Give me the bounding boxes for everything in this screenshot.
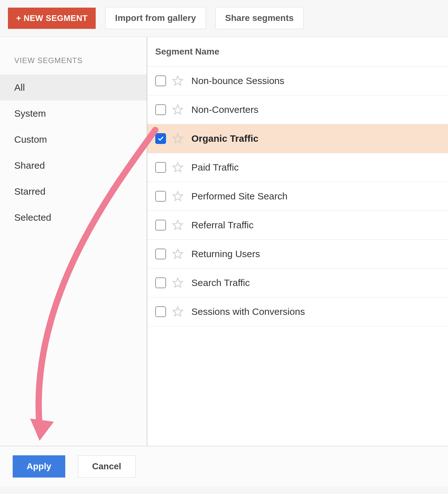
share-segments-button[interactable]: Share segments bbox=[215, 7, 304, 29]
star-icon[interactable] bbox=[172, 104, 184, 116]
new-segment-button[interactable]: + NEW SEGMENT bbox=[8, 8, 96, 29]
sidebar-item-shared[interactable]: Shared bbox=[0, 153, 147, 179]
star-icon[interactable] bbox=[172, 277, 184, 289]
apply-button[interactable]: Apply bbox=[13, 455, 65, 478]
segment-checkbox[interactable] bbox=[155, 277, 166, 288]
segment-label: Performed Site Search bbox=[189, 191, 287, 202]
segment-label: Non-Converters bbox=[189, 104, 259, 115]
segment-label: Sessions with Conversions bbox=[189, 306, 305, 317]
segment-label: Non-bounce Sessions bbox=[189, 75, 285, 86]
cancel-button[interactable]: Cancel bbox=[78, 455, 136, 478]
sidebar-item-label: Custom bbox=[14, 134, 47, 145]
star-icon[interactable] bbox=[172, 306, 184, 318]
segment-checkbox[interactable] bbox=[155, 220, 166, 231]
footer: Apply Cancel bbox=[0, 446, 448, 486]
segment-row[interactable]: Referral Traffic bbox=[147, 211, 448, 240]
segment-checkbox[interactable] bbox=[155, 306, 166, 317]
sidebar-item-all[interactable]: All bbox=[0, 75, 147, 101]
star-icon[interactable] bbox=[172, 248, 184, 260]
segment-label: Returning Users bbox=[189, 249, 260, 259]
segment-checkbox[interactable] bbox=[155, 162, 166, 173]
star-icon[interactable] bbox=[172, 133, 184, 145]
segment-checkbox[interactable] bbox=[155, 104, 166, 115]
sidebar-item-system[interactable]: System bbox=[0, 101, 147, 127]
segment-label: Organic Traffic bbox=[189, 133, 259, 144]
segment-row[interactable]: Organic Traffic bbox=[147, 124, 448, 153]
star-icon[interactable] bbox=[172, 75, 184, 87]
segment-row[interactable]: Non-Converters bbox=[147, 95, 448, 124]
sidebar-item-label: Shared bbox=[14, 160, 45, 171]
sidebar-item-starred[interactable]: Starred bbox=[0, 179, 147, 205]
segment-label: Search Traffic bbox=[189, 277, 250, 288]
segment-column-header[interactable]: Segment Name bbox=[147, 37, 448, 67]
sidebar-item-selected[interactable]: Selected bbox=[0, 205, 147, 231]
segment-row[interactable]: Search Traffic bbox=[147, 269, 448, 297]
segment-checkbox[interactable] bbox=[155, 191, 166, 202]
segment-row[interactable]: Paid Traffic bbox=[147, 153, 448, 182]
segment-label: Paid Traffic bbox=[189, 162, 239, 173]
main-area: VIEW SEGMENTS AllSystemCustomSharedStarr… bbox=[0, 37, 448, 446]
star-icon[interactable] bbox=[172, 219, 184, 231]
segment-row[interactable]: Performed Site Search bbox=[147, 182, 448, 211]
segment-row[interactable]: Sessions with Conversions bbox=[147, 297, 448, 326]
import-from-gallery-button[interactable]: Import from gallery bbox=[105, 7, 206, 29]
sidebar-item-label: Selected bbox=[14, 212, 51, 223]
segment-row[interactable]: Returning Users bbox=[147, 240, 448, 269]
segment-checkbox[interactable] bbox=[155, 75, 166, 86]
segment-checkbox[interactable] bbox=[155, 133, 166, 144]
star-icon[interactable] bbox=[172, 190, 184, 202]
segment-checkbox[interactable] bbox=[155, 249, 166, 259]
sidebar-item-label: All bbox=[14, 82, 25, 93]
segment-panel: Segment Name Non-bounce SessionsNon-Conv… bbox=[147, 37, 448, 446]
segment-row[interactable]: Non-bounce Sessions bbox=[147, 67, 448, 95]
sidebar-header: VIEW SEGMENTS bbox=[0, 56, 147, 75]
segment-label: Referral Traffic bbox=[189, 220, 253, 231]
sidebar-item-label: System bbox=[14, 108, 46, 119]
star-icon[interactable] bbox=[172, 161, 184, 173]
sidebar-item-label: Starred bbox=[14, 186, 45, 197]
sidebar-item-custom[interactable]: Custom bbox=[0, 127, 147, 153]
sidebar: VIEW SEGMENTS AllSystemCustomSharedStarr… bbox=[0, 37, 147, 446]
toolbar: + NEW SEGMENT Import from gallery Share … bbox=[0, 0, 448, 37]
